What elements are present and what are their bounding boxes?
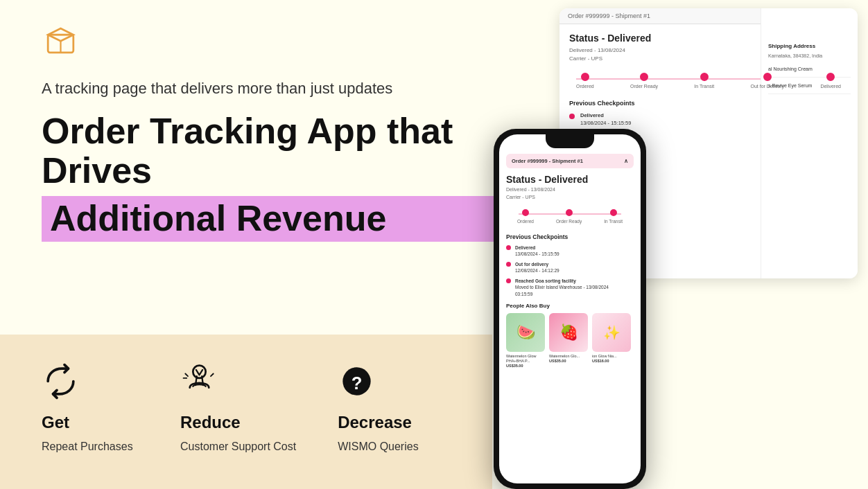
product-price-2: US$35.00 [549, 359, 588, 363]
tagline: A tracking page that delivers more than … [42, 80, 513, 98]
desktop-right-panel: Shipping Address Karnataka, 384382, Indi… [761, 8, 858, 278]
checkpoint-dot [569, 114, 575, 119]
product-price-1: US$35.00 [506, 364, 545, 368]
step-dot [581, 73, 589, 81]
feature-decrease-desc: WISMO Queries [338, 439, 418, 454]
products-scroll: 🍉 Watermelon Glow PHA+BHA P... US$35.00 … [506, 313, 634, 368]
mobile-cp-1: Delivered13/08/2024 - 15:15:59 [506, 244, 634, 257]
svg-line-8 [211, 373, 214, 376]
shipping-address-value: Karnataka, 384382, India [768, 53, 851, 58]
mobile-step-ordered: Ordered [517, 209, 534, 224]
page-wrapper: A tracking page that delivers more than … [0, 0, 868, 489]
mobile-meta: Delivered - 13/08/2024 Carrier - UPS [506, 186, 634, 201]
feature-get-title: Get [42, 413, 69, 432]
step-in-transit: In Transit [694, 73, 714, 89]
mobile-inner: Order #999999 - Shipment #1 ∧ Status - D… [499, 134, 641, 483]
feature-get-desc: Repeat Purchases [42, 439, 133, 454]
mobile-step-in-transit: In Transit [604, 209, 623, 224]
mobile-cp-3: Reached Goa sorting facility Moved to El… [506, 278, 634, 296]
people-also-buy-title: People Also Buy [506, 303, 634, 309]
feature-reduce-title: Reduce [180, 413, 241, 432]
step-dot [826, 73, 835, 81]
mobile-order-id: Order #999999 - Shipment #1 [512, 158, 583, 164]
mobile-screenshot: Order #999999 - Shipment #1 ∧ Status - D… [494, 129, 646, 489]
repeat-icon [42, 362, 80, 400]
mobile-checkpoints-title: Previous Checkpoints [506, 233, 634, 240]
mobile-content: Order #999999 - Shipment #1 ∧ Status - D… [499, 134, 641, 483]
svg-line-7 [185, 373, 188, 376]
mobile-tracking-bar: Ordered Order Ready In Transit [506, 209, 634, 224]
product-card-1: 🍉 Watermelon Glow PHA+BHA P... US$35.00 [506, 313, 545, 368]
headline-highlight: Additional Revenue [42, 196, 513, 241]
mobile-notch [546, 134, 594, 148]
headline-line2: Additional Revenue [50, 199, 505, 238]
step-out-delivery: Out for Delivery [750, 73, 784, 89]
product-card-3: ✨ ion Glow Nia... US$16.00 [592, 313, 631, 368]
product-name-2: Watermelon Glo... [549, 354, 588, 359]
mobile-order-header: Order #999999 - Shipment #1 ∧ [506, 154, 634, 168]
step-dot [700, 73, 709, 81]
mobile-cp-2: Out for delivery12/08/2024 - 14:12:29 [506, 261, 634, 274]
desktop-order-id: Order #999999 - Shipment #1 [568, 12, 650, 19]
question-circle-icon: ? [338, 362, 376, 400]
mobile-step-order-ready: Order Ready [556, 209, 582, 224]
feature-decrease-title: Decrease [338, 413, 412, 432]
step-ordered: Ordered [576, 73, 594, 89]
feature-reduce-desc: Customer Support Cost [180, 439, 296, 454]
product-name-1: Watermelon Glow PHA+BHA P... [506, 354, 545, 364]
product-image-1: 🍉 [506, 313, 545, 352]
product-name-3: ion Glow Nia... [592, 354, 631, 359]
features-section: Get Repeat Purchases Reduce Customer Sup… [0, 335, 492, 489]
feature-wismo: ? Decrease WISMO Queries [338, 362, 435, 454]
mobile-expand-icon: ∧ [624, 158, 628, 164]
step-dot [640, 73, 648, 81]
feature-support: Reduce Customer Support Cost [180, 362, 296, 454]
shipping-address-label: Shipping Address [768, 43, 851, 49]
svg-text:?: ? [351, 373, 363, 392]
product-card-2: 🍓 Watermelon Glo... US$35.00 [549, 313, 588, 368]
headline-line1: Order Tracking App that Drives [42, 112, 513, 190]
mobile-status: Status - Delivered [506, 174, 634, 185]
logo-area [42, 21, 513, 59]
right-screenshots: Order #999999 - Shipment #1 Status - Del… [466, 0, 868, 489]
handshake-icon [180, 362, 218, 400]
svg-point-4 [193, 365, 205, 377]
step-dot [763, 73, 772, 81]
step-delivered: Delivered [820, 73, 841, 89]
product-image-3: ✨ [592, 313, 631, 352]
box-logo-icon [42, 21, 80, 59]
step-order-ready: Order Ready [630, 73, 658, 89]
feature-repeat: Get Repeat Purchases [42, 362, 139, 454]
product-price-3: US$16.00 [592, 359, 631, 363]
product-image-2: 🍓 [549, 313, 588, 352]
